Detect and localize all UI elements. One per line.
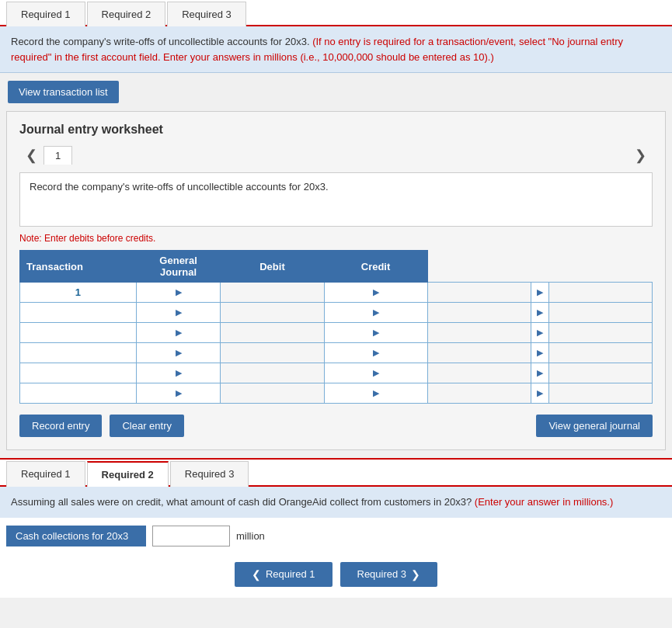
general-journal-cell[interactable] bbox=[221, 343, 324, 363]
col-header-credit: Credit bbox=[324, 251, 427, 283]
debit-arrow: ▶ bbox=[324, 323, 427, 343]
cash-input[interactable] bbox=[152, 526, 230, 546]
general-journal-input[interactable] bbox=[221, 283, 323, 302]
prev-entry-arrow[interactable]: ❮ bbox=[19, 147, 44, 164]
general-journal-cell[interactable] bbox=[221, 303, 324, 323]
instruction-main-text: Record the company's write-offs of uncol… bbox=[11, 36, 310, 47]
transaction-number-cell: 1 bbox=[20, 283, 137, 303]
worksheet-container: Journal entry worksheet ❮ 1 ❯ Record the… bbox=[6, 111, 666, 450]
row-arrow: ▶ bbox=[136, 343, 221, 363]
row-arrow: ▶ bbox=[136, 383, 221, 404]
credit-arrow: ▶ bbox=[531, 343, 548, 363]
credit-input[interactable] bbox=[549, 283, 652, 302]
credit-cell[interactable] bbox=[548, 363, 652, 383]
debit-arrow: ▶ bbox=[324, 283, 427, 303]
clear-entry-button[interactable]: Clear entry bbox=[110, 415, 184, 437]
bottom-instruction: Assuming all sales were on credit, what … bbox=[0, 487, 672, 518]
bottom-tab-required-2[interactable]: Required 2 bbox=[87, 461, 169, 487]
tab-required-2[interactable]: Required 2 bbox=[87, 2, 166, 26]
credit-input[interactable] bbox=[549, 323, 652, 342]
general-journal-input[interactable] bbox=[221, 323, 323, 342]
view-transaction-list-button[interactable]: View transaction list bbox=[8, 81, 119, 103]
top-tabs-bar: Required 1 Required 2 Required 3 bbox=[0, 0, 672, 26]
row-arrow: ▶ bbox=[136, 363, 221, 383]
credit-arrow: ▶ bbox=[531, 363, 548, 383]
general-journal-input[interactable] bbox=[221, 383, 323, 403]
table-row: ▶▶▶ bbox=[20, 363, 653, 383]
row-arrow: ▶ bbox=[136, 323, 221, 343]
general-journal-cell[interactable] bbox=[221, 383, 324, 404]
transaction-number-cell bbox=[20, 383, 137, 404]
nav-buttons: ❮ Required 1 Required 3 ❯ bbox=[0, 554, 672, 598]
transaction-number-cell bbox=[20, 303, 137, 323]
general-journal-input[interactable] bbox=[221, 343, 323, 363]
debit-arrow: ▶ bbox=[324, 343, 427, 363]
next-arrow-icon: ❯ bbox=[411, 568, 420, 581]
credit-arrow: ▶ bbox=[531, 283, 548, 303]
journal-table: Transaction General Journal Debit Credit… bbox=[19, 250, 653, 404]
transaction-number-cell bbox=[20, 323, 137, 343]
debit-input[interactable] bbox=[428, 283, 531, 302]
bottom-section: Required 1 Required 2 Required 3 Assumin… bbox=[0, 458, 672, 598]
general-journal-input[interactable] bbox=[221, 303, 323, 322]
debit-cell[interactable] bbox=[427, 283, 531, 303]
bottom-instruction-red: (Enter your answer in millions.) bbox=[475, 496, 613, 508]
credit-input[interactable] bbox=[549, 363, 652, 383]
table-row: ▶▶▶ bbox=[20, 323, 653, 343]
credit-input[interactable] bbox=[549, 343, 652, 363]
debit-cell[interactable] bbox=[427, 323, 531, 343]
general-journal-cell[interactable] bbox=[221, 323, 324, 343]
tab-required-3[interactable]: Required 3 bbox=[167, 2, 246, 26]
tab-required-1[interactable]: Required 1 bbox=[6, 2, 85, 26]
record-entry-button[interactable]: Record entry bbox=[19, 415, 102, 437]
debit-input[interactable] bbox=[428, 323, 531, 342]
general-journal-cell[interactable] bbox=[221, 363, 324, 383]
general-journal-cell[interactable] bbox=[221, 283, 324, 303]
entry-nav: ❮ 1 ❯ bbox=[19, 146, 653, 165]
bottom-instruction-main: Assuming all sales were on credit, what … bbox=[11, 496, 472, 508]
debit-cell[interactable] bbox=[427, 303, 531, 323]
col-header-general-journal: General Journal bbox=[136, 251, 221, 283]
credit-input[interactable] bbox=[549, 303, 652, 322]
debit-input[interactable] bbox=[428, 383, 531, 403]
debit-input[interactable] bbox=[428, 363, 531, 383]
entry-tab-number[interactable]: 1 bbox=[44, 146, 72, 165]
table-row: 1▶▶▶ bbox=[20, 283, 653, 303]
debit-input[interactable] bbox=[428, 343, 531, 363]
table-row: ▶▶▶ bbox=[20, 343, 653, 363]
worksheet-title: Journal entry worksheet bbox=[19, 123, 653, 137]
debit-cell[interactable] bbox=[427, 363, 531, 383]
credit-input[interactable] bbox=[549, 383, 652, 403]
next-required-button[interactable]: Required 3 ❯ bbox=[340, 562, 438, 587]
debit-arrow: ▶ bbox=[324, 383, 427, 404]
transaction-number-cell bbox=[20, 363, 137, 383]
bottom-tab-required-1[interactable]: Required 1 bbox=[6, 461, 85, 487]
general-journal-input[interactable] bbox=[221, 363, 323, 383]
transaction-number-cell bbox=[20, 343, 137, 363]
prev-arrow-icon: ❮ bbox=[252, 568, 261, 581]
col-header-transaction: Transaction bbox=[20, 251, 137, 283]
credit-cell[interactable] bbox=[548, 303, 652, 323]
credit-arrow: ▶ bbox=[531, 323, 548, 343]
credit-cell[interactable] bbox=[548, 283, 652, 303]
credit-cell[interactable] bbox=[548, 323, 652, 343]
debit-cell[interactable] bbox=[427, 343, 531, 363]
debit-arrow: ▶ bbox=[324, 363, 427, 383]
debit-arrow: ▶ bbox=[324, 303, 427, 323]
view-general-journal-button[interactable]: View general journal bbox=[536, 415, 653, 437]
bottom-tab-required-3[interactable]: Required 3 bbox=[170, 461, 249, 487]
cash-row: Cash collections for 20x3 million bbox=[0, 518, 672, 554]
debit-input[interactable] bbox=[428, 303, 531, 322]
col-header-debit: Debit bbox=[221, 251, 324, 283]
credit-cell[interactable] bbox=[548, 343, 652, 363]
cash-label: Cash collections for 20x3 bbox=[6, 526, 146, 546]
table-row: ▶▶▶ bbox=[20, 303, 653, 323]
credit-cell[interactable] bbox=[548, 383, 652, 404]
debit-cell[interactable] bbox=[427, 383, 531, 404]
next-entry-arrow[interactable]: ❯ bbox=[628, 147, 653, 164]
note-text: Note: Enter debits before credits. bbox=[19, 233, 653, 244]
prev-required-button[interactable]: ❮ Required 1 bbox=[235, 562, 333, 587]
table-row: ▶▶▶ bbox=[20, 383, 653, 404]
entry-description-text: Record the company's write-offs of uncol… bbox=[30, 181, 329, 193]
prev-required-label: Required 1 bbox=[266, 568, 315, 580]
